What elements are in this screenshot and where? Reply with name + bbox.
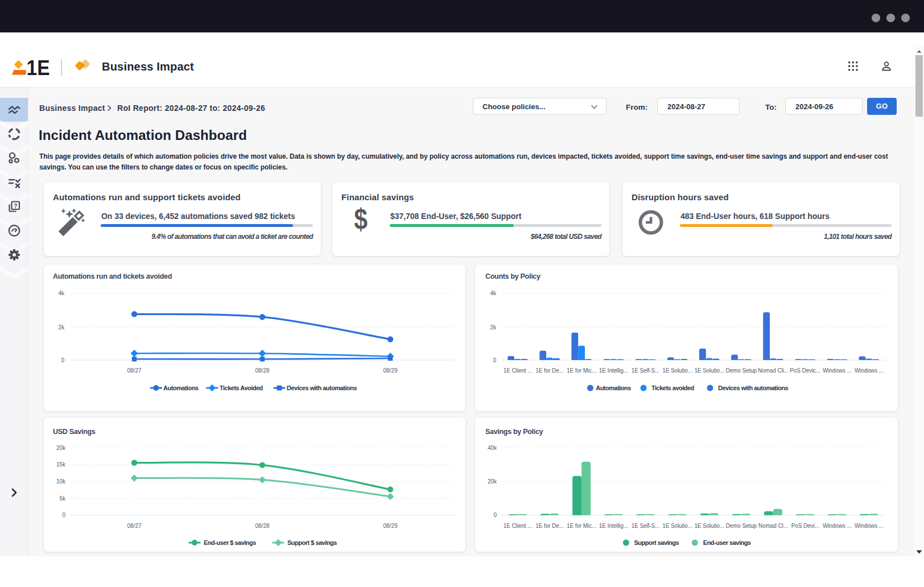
svg-text:4k: 4k — [58, 290, 65, 296]
svg-text:08/27: 08/27 — [127, 367, 141, 374]
svg-text:Devices with automations: Devices with automations — [287, 385, 357, 391]
svg-text:1E Solutio...: 1E Solutio... — [694, 523, 724, 529]
svg-text:0: 0 — [61, 357, 64, 363]
svg-text:Support savings: Support savings — [634, 539, 679, 546]
svg-text:Devices with automations: Devices with automations — [718, 385, 788, 391]
svg-text:1E Solutio...: 1E Solutio... — [662, 523, 692, 529]
svg-text:1E Self-S...: 1E Self-S... — [632, 367, 659, 374]
svg-text:Nomad Cl...: Nomad Cl... — [758, 523, 788, 529]
svg-text:1E for Mic...: 1E for Mic... — [567, 523, 596, 529]
svg-text:0: 0 — [493, 357, 496, 363]
svg-text:Savings by Policy: Savings by Policy — [485, 428, 543, 436]
svg-text:0: 0 — [62, 512, 65, 518]
svg-text:1E Solutio...: 1E Solutio... — [662, 367, 692, 374]
svg-text:1E: 1E — [27, 56, 50, 78]
svg-text:1E Intellig...: 1E Intellig... — [599, 523, 628, 529]
svg-text:20k: 20k — [56, 445, 66, 451]
svg-text:Windows ...: Windows ... — [823, 367, 852, 374]
svg-text:USD Savings: USD Savings — [53, 428, 96, 436]
svg-text:1E Client ...: 1E Client ... — [504, 523, 532, 529]
svg-text:08/27: 08/27 — [127, 523, 141, 529]
svg-text:20k: 20k — [488, 478, 497, 485]
svg-text:Automations run and tickets av: Automations run and tickets avoided — [53, 272, 172, 280]
svg-text:Demo Setup: Demo Setup — [726, 523, 757, 529]
svg-text:Demo Setup: Demo Setup — [726, 367, 757, 374]
svg-text:Nomad Cli...: Nomad Cli... — [758, 367, 789, 374]
svg-text:15k: 15k — [56, 461, 66, 468]
svg-text:08/28: 08/28 — [255, 367, 269, 374]
svg-text:Automations: Automations — [163, 385, 199, 391]
svg-text:08/29: 08/29 — [383, 367, 397, 374]
svg-text:5k: 5k — [59, 495, 66, 502]
svg-text:Automations: Automations — [596, 385, 631, 391]
svg-text:Windows ...: Windows ... — [823, 523, 852, 529]
svg-text:PoS Devi...: PoS Devi... — [791, 523, 819, 529]
svg-text:2k: 2k — [490, 324, 497, 330]
svg-text:1E for Mic...: 1E for Mic... — [567, 367, 596, 374]
svg-text:Tickets Avoided: Tickets Avoided — [220, 385, 263, 391]
svg-text:End-user savings: End-user savings — [703, 539, 751, 546]
svg-text:1E Intellig...: 1E Intellig... — [599, 367, 628, 374]
svg-text:08/29: 08/29 — [383, 523, 397, 529]
svg-text:Tickets avoided: Tickets avoided — [651, 385, 694, 391]
svg-text:0: 0 — [493, 512, 497, 518]
svg-text:40k: 40k — [488, 445, 497, 451]
svg-text:1E for De...: 1E for De... — [535, 523, 563, 529]
svg-text:4k: 4k — [490, 290, 497, 296]
svg-text:PoS Devic...: PoS Devic... — [790, 367, 820, 374]
svg-text:08/28: 08/28 — [255, 523, 269, 529]
svg-text:1E Solutio...: 1E Solutio... — [694, 367, 724, 374]
svg-text:Support $ savings: Support $ savings — [287, 539, 337, 546]
svg-text:10k: 10k — [56, 478, 66, 485]
svg-text:1E for De...: 1E for De... — [535, 367, 563, 374]
svg-text:End-user $ savings: End-user $ savings — [204, 539, 256, 546]
svg-text:1E Client ...: 1E Client ... — [504, 367, 532, 374]
svg-text:Windows ...: Windows ... — [855, 367, 884, 374]
svg-text:Counts by Policy: Counts by Policy — [485, 272, 541, 280]
svg-text:1E Self-S...: 1E Self-S... — [632, 523, 659, 529]
svg-text:?: ? — [14, 203, 17, 209]
svg-text:2k: 2k — [58, 324, 65, 330]
svg-text:Windows ...: Windows ... — [855, 523, 884, 529]
